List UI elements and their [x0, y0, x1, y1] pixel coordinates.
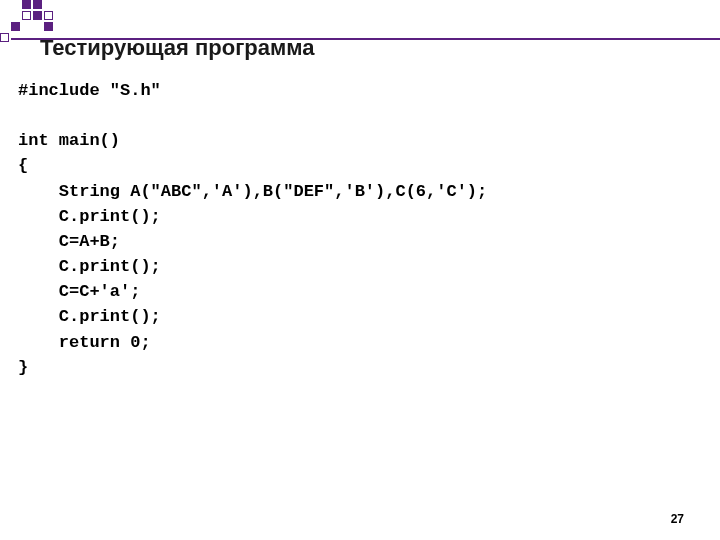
code-line: #include "S.h" [18, 81, 161, 100]
code-line: С=С+'а'; [18, 282, 140, 301]
code-line: String A("ABC",'A'),B("DEF",'B'),C(6,'C'… [18, 182, 487, 201]
code-line: int main() [18, 131, 120, 150]
code-line: return 0; [18, 333, 151, 352]
deco-square-outline [44, 11, 53, 20]
code-block: #include "S.h" int main() { String A("AB… [18, 78, 487, 380]
deco-square [33, 0, 42, 9]
code-line: C.print(); [18, 307, 161, 326]
deco-square [33, 11, 42, 20]
deco-square [11, 22, 20, 31]
code-line: C=A+B; [18, 232, 120, 251]
code-line: C.print(); [18, 257, 161, 276]
deco-square-outline [0, 33, 9, 42]
code-line: } [18, 358, 28, 377]
code-line: { [18, 156, 28, 175]
deco-square [22, 0, 31, 9]
slide-title: Тестирующая программа [40, 35, 315, 61]
deco-square-outline [22, 11, 31, 20]
page-number: 27 [671, 512, 684, 526]
code-line: C.print(); [18, 207, 161, 226]
deco-square [44, 22, 53, 31]
